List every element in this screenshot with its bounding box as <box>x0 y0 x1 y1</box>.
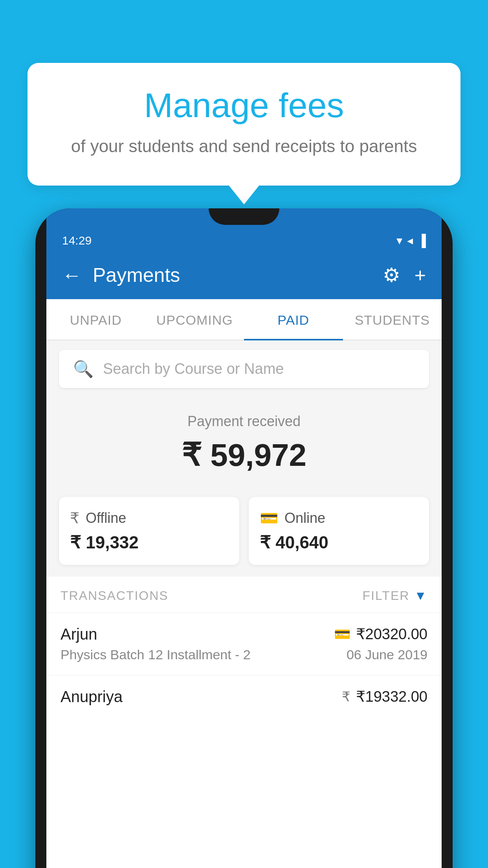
tab-students[interactable]: STUDENTS <box>343 299 442 340</box>
app-header: ← Payments ⚙ + <box>46 254 442 299</box>
payment-total-amount: ₹ 59,972 <box>59 437 429 473</box>
offline-icon: ₹ <box>70 509 79 527</box>
notch-bar <box>46 208 442 225</box>
tab-unpaid[interactable]: UNPAID <box>46 299 145 340</box>
status-icons: ▾ ◂ ▐ <box>396 234 426 247</box>
screen-content: UNPAID UPCOMING PAID STUDENTS 🔍 Search b… <box>46 299 442 868</box>
transaction-row[interactable]: Anupriya ₹ ₹19332.00 <box>46 675 442 722</box>
search-wrapper: 🔍 Search by Course or Name <box>46 340 442 397</box>
transaction-row[interactable]: Arjun 💳 ₹20320.00 Physics Batch 12 Insta… <box>46 612 442 675</box>
online-amount: ₹ 40,640 <box>260 532 418 552</box>
header-left: ← Payments <box>62 264 180 287</box>
transaction-name: Arjun <box>61 625 97 643</box>
search-bar[interactable]: 🔍 Search by Course or Name <box>59 350 429 388</box>
transactions-label: TRANSACTIONS <box>61 588 169 603</box>
cash-icon: ₹ <box>342 689 350 704</box>
online-card: 💳 Online ₹ 40,640 <box>249 497 429 565</box>
filter-button[interactable]: FILTER ▼ <box>362 588 427 603</box>
status-bar: 14:29 ▾ ◂ ▐ <box>46 225 442 254</box>
online-label: Online <box>284 510 325 526</box>
offline-amount: ₹ 19,332 <box>70 532 228 552</box>
header-title: Payments <box>93 264 180 287</box>
settings-button[interactable]: ⚙ <box>383 264 400 287</box>
search-placeholder-text: Search by Course or Name <box>103 360 284 377</box>
signal-icon: ◂ <box>407 234 413 247</box>
online-icon: 💳 <box>260 509 278 527</box>
status-time: 14:29 <box>62 234 92 247</box>
back-button[interactable]: ← <box>62 264 82 287</box>
transaction-date: 06 June 2019 <box>347 647 427 662</box>
header-right: ⚙ + <box>383 264 426 287</box>
transactions-header: TRANSACTIONS FILTER ▼ <box>46 577 442 612</box>
wifi-icon: ▾ <box>396 234 402 247</box>
bubble-subtitle: of your students and send receipts to pa… <box>47 134 441 158</box>
speech-bubble: Manage fees of your students and send re… <box>28 63 460 186</box>
offline-card: ₹ Offline ₹ 19,332 <box>59 497 239 565</box>
notch <box>209 208 279 225</box>
payment-received-section: Payment received ₹ 59,972 <box>46 397 442 497</box>
transaction-amount: ₹20320.00 <box>356 625 428 643</box>
transaction-name: Anupriya <box>61 688 123 706</box>
filter-icon: ▼ <box>414 588 427 603</box>
phone-screen: 14:29 ▾ ◂ ▐ ← Payments ⚙ + UNPAID <box>35 208 453 868</box>
bubble-title: Manage fees <box>47 86 441 125</box>
add-button[interactable]: + <box>415 264 426 287</box>
battery-icon: ▐ <box>418 234 426 247</box>
transaction-amount: ₹19332.00 <box>356 688 428 705</box>
card-icon: 💳 <box>334 626 350 642</box>
transaction-course: Physics Batch 12 Installment - 2 <box>61 647 251 662</box>
tab-paid[interactable]: PAID <box>244 299 343 340</box>
phone-device: 14:29 ▾ ◂ ▐ ← Payments ⚙ + UNPAID <box>35 208 453 868</box>
payment-cards-row: ₹ Offline ₹ 19,332 💳 Online ₹ 40,640 <box>46 497 442 577</box>
tabs: UNPAID UPCOMING PAID STUDENTS <box>46 299 442 340</box>
tab-upcoming[interactable]: UPCOMING <box>145 299 244 340</box>
filter-label: FILTER <box>362 588 409 603</box>
search-icon: 🔍 <box>73 359 94 379</box>
payment-received-label: Payment received <box>59 413 429 430</box>
offline-label: Offline <box>86 510 126 526</box>
